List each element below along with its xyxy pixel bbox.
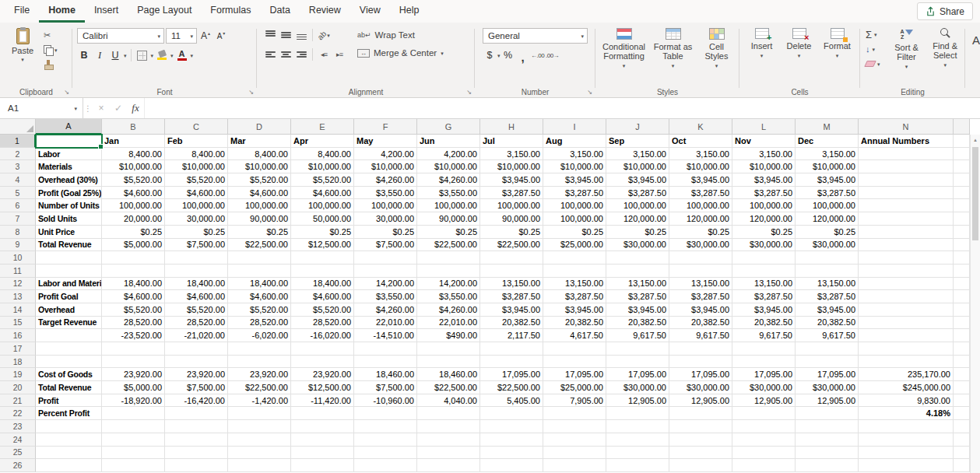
cell-G20[interactable]: $22,500.00 [417, 381, 480, 394]
font-name-select[interactable]: Calibri ▾ [77, 28, 164, 44]
cell-K1[interactable]: Oct [669, 135, 732, 148]
cell-J24[interactable] [606, 433, 669, 447]
cell-C15[interactable]: 28,520.00 [165, 317, 228, 330]
cell-A18[interactable] [36, 356, 102, 369]
cell-E6[interactable]: 100,000.00 [291, 199, 354, 212]
cell-B17[interactable] [102, 342, 165, 356]
cell-D26[interactable] [228, 459, 291, 472]
conditional-formatting-button[interactable]: Conditional Formatting ▾ [599, 24, 649, 68]
cell-I19[interactable]: 17,095.00 [543, 368, 606, 381]
cell-C23[interactable] [165, 420, 228, 433]
autosum-button[interactable]: Σ▾ [863, 28, 887, 40]
scrollbar-thumb[interactable] [972, 147, 978, 240]
cell-I21[interactable]: 7,905.00 [543, 394, 606, 408]
cell-A7[interactable]: Sold Units [36, 212, 102, 226]
align-center-button[interactable] [279, 47, 293, 61]
cell-D11[interactable] [228, 265, 291, 278]
cell-J18[interactable] [606, 356, 669, 369]
cell-A3[interactable]: Materials [36, 160, 102, 173]
cell-B10[interactable] [102, 251, 165, 265]
increase-decimal-button[interactable]: ←.00 [531, 48, 545, 62]
cell-F18[interactable] [354, 356, 417, 369]
cell-F13[interactable]: $3,550.00 [354, 290, 417, 303]
cell-partial-12[interactable] [954, 278, 970, 291]
cell-K24[interactable] [669, 433, 732, 447]
cell-D4[interactable]: $5,520.00 [228, 173, 291, 187]
cell-B14[interactable]: $5,520.00 [102, 303, 165, 317]
cell-I12[interactable]: 13,150.00 [543, 278, 606, 291]
column-header-I[interactable]: I [543, 119, 606, 135]
cell-L26[interactable] [732, 459, 796, 472]
cell-N21[interactable]: 9,830.00 [859, 394, 954, 408]
cell-C1[interactable]: Feb [165, 135, 228, 148]
cell-B6[interactable]: 100,000.00 [102, 199, 165, 212]
cell-E17[interactable] [291, 342, 354, 356]
cell-H26[interactable] [480, 459, 543, 472]
cell-partial-11[interactable] [954, 265, 970, 278]
cell-B22[interactable] [102, 407, 165, 420]
cell-A12[interactable]: Labor and Materials [36, 278, 102, 291]
cell-F20[interactable]: $7,500.00 [354, 381, 417, 394]
cell-M9[interactable]: $30,000.00 [796, 239, 859, 252]
cell-F23[interactable] [354, 420, 417, 433]
row-header-21[interactable]: 21 [0, 394, 36, 408]
cell-G16[interactable]: $490.00 [417, 329, 480, 342]
vertical-scrollbar[interactable]: ▴ [970, 135, 980, 473]
cell-F4[interactable]: $4,260.00 [354, 173, 417, 187]
cell-L12[interactable]: 13,150.00 [732, 278, 796, 291]
cell-I18[interactable] [543, 356, 606, 369]
cancel-button[interactable]: × [93, 98, 110, 118]
align-middle-button[interactable] [279, 28, 293, 42]
decrease-indent-button[interactable]: ◂≡ [317, 47, 331, 61]
clear-button[interactable]: ▾ [863, 58, 887, 70]
cell-J2[interactable]: 3,150.00 [606, 148, 669, 161]
tab-data[interactable]: Data [260, 0, 299, 23]
cell-F1[interactable]: May [354, 135, 417, 148]
cell-A15[interactable]: Target Revenue [36, 317, 102, 330]
cell-M26[interactable] [796, 459, 859, 472]
cell-L20[interactable]: $30,000.00 [732, 381, 796, 394]
cell-H7[interactable]: 90,000.00 [480, 212, 543, 226]
cell-partial-1[interactable] [954, 135, 970, 148]
row-header-10[interactable]: 10 [0, 251, 36, 265]
cell-B2[interactable]: 8,400.00 [102, 148, 165, 161]
cell-J5[interactable]: $3,287.50 [606, 187, 669, 200]
percent-style-button[interactable]: % [501, 48, 515, 62]
font-color-button[interactable]: A [175, 48, 189, 62]
cell-D23[interactable] [228, 420, 291, 433]
cell-A23[interactable] [36, 420, 102, 433]
cell-styles-button[interactable]: Cell Styles ▾ [697, 24, 736, 68]
align-right-button[interactable] [294, 47, 308, 61]
cell-D12[interactable]: 18,400.00 [228, 278, 291, 291]
cell-M5[interactable]: $3,287.50 [796, 187, 859, 200]
cell-E21[interactable]: -11,420.00 [291, 394, 354, 408]
cell-D10[interactable] [228, 251, 291, 265]
cell-E4[interactable]: $5,520.00 [291, 173, 354, 187]
cell-B16[interactable]: -23,520.00 [102, 329, 165, 342]
cell-C10[interactable] [165, 251, 228, 265]
row-header-22[interactable]: 22 [0, 407, 36, 420]
cell-M1[interactable]: Dec [796, 135, 859, 148]
cell-C17[interactable] [165, 342, 228, 356]
cell-H14[interactable]: $3,945.00 [480, 303, 543, 317]
cell-N2[interactable] [859, 148, 954, 161]
cell-C20[interactable]: $7,500.00 [165, 381, 228, 394]
name-box[interactable]: A1 ▾ [0, 98, 83, 118]
bold-button[interactable]: B [77, 48, 91, 62]
cell-partial-16[interactable] [954, 329, 970, 342]
cell-E16[interactable]: -16,020.00 [291, 329, 354, 342]
cell-F7[interactable]: 30,000.00 [354, 212, 417, 226]
column-header-K[interactable]: K [669, 119, 732, 135]
cell-I5[interactable]: $3,287.50 [543, 187, 606, 200]
orientation-button[interactable]: ab▾ [317, 28, 331, 42]
cell-M3[interactable]: $10,000.00 [796, 160, 859, 173]
cell-J19[interactable]: 17,095.00 [606, 368, 669, 381]
cell-H2[interactable]: 3,150.00 [480, 148, 543, 161]
cell-L17[interactable] [732, 342, 796, 356]
cell-B24[interactable] [102, 433, 165, 447]
cell-K2[interactable]: 3,150.00 [669, 148, 732, 161]
column-header-B[interactable]: B [102, 119, 165, 135]
cell-H12[interactable]: 13,150.00 [480, 278, 543, 291]
cell-A6[interactable]: Number of Units Produ [36, 199, 102, 212]
cell-C14[interactable]: $5,520.00 [165, 303, 228, 317]
